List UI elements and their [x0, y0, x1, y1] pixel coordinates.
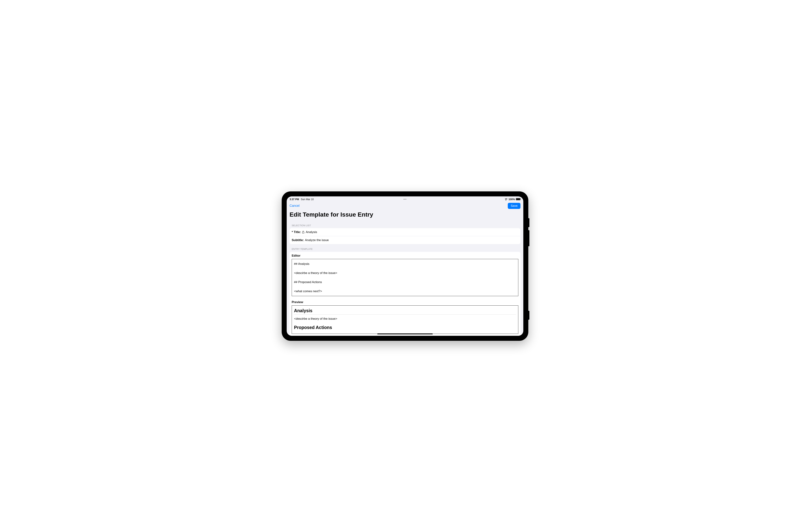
- wifi-icon: [505, 198, 507, 200]
- power-button[interactable]: [528, 218, 530, 227]
- ipad-frame: 3:37 PM Sun Mar 10 ••• 100% Cancel Save …: [282, 191, 528, 341]
- status-time: 3:37 PM: [290, 198, 299, 201]
- status-date: Sun Mar 10: [301, 198, 314, 201]
- battery-icon: [516, 198, 520, 200]
- preview-area: Analysis <descirbe a theory of the issue…: [292, 305, 518, 334]
- subtitle-field[interactable]: [305, 238, 518, 242]
- multitask-dots-icon[interactable]: •••: [403, 198, 407, 201]
- side-button[interactable]: [528, 311, 530, 320]
- title-label: * Title:: [292, 230, 301, 234]
- selection-list-card: * Title: Subtitle:: [290, 228, 520, 244]
- content: SELECTION LIST * Title: Subtitle: ENTRY: [287, 221, 523, 336]
- entry-template-header: ENTRY TEMPLATE: [287, 244, 523, 252]
- status-right: 100%: [505, 198, 520, 201]
- lock-icon: [302, 231, 304, 233]
- svg-point-0: [506, 199, 506, 200]
- volume-button[interactable]: [528, 230, 530, 246]
- preview-body-1: <descirbe a theory of the issue>: [294, 317, 516, 321]
- editor-label: Editor: [292, 254, 518, 258]
- selection-list-header: SELECTION LIST: [287, 221, 523, 228]
- page-title: Edit Template for Issue Entry: [287, 210, 523, 221]
- preview-heading-2: Proposed Actions: [294, 325, 516, 330]
- status-left: 3:37 PM Sun Mar 10: [290, 198, 314, 201]
- home-indicator[interactable]: [377, 334, 433, 334]
- svg-rect-1: [302, 232, 304, 233]
- subtitle-label: Subtitle:: [292, 238, 304, 242]
- status-bar: 3:37 PM Sun Mar 10 ••• 100%: [287, 196, 523, 201]
- preview-label: Preview: [292, 301, 518, 304]
- battery-percent: 100%: [508, 198, 515, 201]
- subtitle-row[interactable]: Subtitle:: [290, 236, 520, 244]
- screen: 3:37 PM Sun Mar 10 ••• 100% Cancel Save …: [287, 196, 523, 336]
- preview-heading-1: Analysis: [294, 308, 516, 313]
- cancel-button[interactable]: Cancel: [290, 204, 299, 208]
- entry-template-card: Editor ## Analysis <descirbe a theory of…: [290, 252, 520, 336]
- save-button[interactable]: Save: [508, 203, 520, 209]
- nav-bar: Cancel Save: [287, 201, 523, 210]
- title-row[interactable]: * Title:: [290, 228, 520, 236]
- editor-textarea[interactable]: ## Analysis <descirbe a theory of the is…: [292, 259, 518, 296]
- title-field[interactable]: [306, 230, 518, 234]
